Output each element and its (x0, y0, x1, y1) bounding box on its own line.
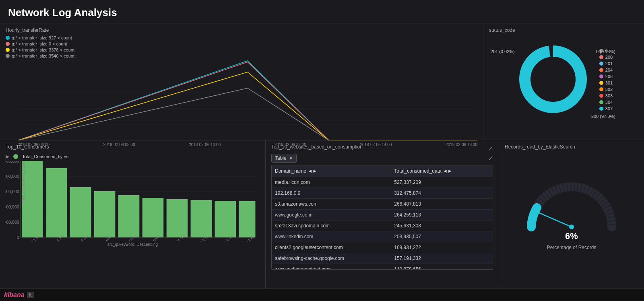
table-expand-icon[interactable]: ⤢ (488, 155, 493, 161)
donut-legend-item: 307 (599, 106, 613, 111)
cell-data: 264,259,113 (391, 210, 493, 221)
donut-legend-label: 307 (605, 106, 613, 111)
table-row: 192.168.0.9312,475,874 (272, 188, 493, 199)
table-row: www.google.co.in264,259,113 (272, 210, 493, 221)
hourly-legend-item: q:* > transfer_size:0 > count (6, 41, 477, 46)
cell-data: 169,931,272 (391, 242, 493, 253)
x-label-1: 2018-02-06 08:00 (103, 142, 135, 147)
donut-legend-item: 304 (599, 100, 613, 105)
cell-data: 149,878,656 (391, 264, 493, 270)
cell-data: 312,475,874 (391, 188, 493, 199)
cell-domain: s3.amazonaws.com (272, 199, 391, 210)
table-row: sp2013avi.spdomain.com245,631,308 (272, 221, 493, 231)
donut-svg (515, 41, 591, 118)
svg-line-49 (535, 211, 572, 227)
table-dropdown-label: Table (275, 155, 287, 161)
main-content: Hourly_transferRate q:* > transfer_size:… (0, 23, 644, 288)
svg-point-50 (569, 225, 574, 229)
x-label-2: 2018-02-06 10:00 (189, 142, 221, 147)
svg-text:500,000,000: 500,000,000 (6, 161, 19, 163)
cell-domain: safebrowsing-cache.google.com (272, 253, 391, 264)
svg-rect-36 (191, 200, 212, 237)
donut-legend-item: 302 (599, 87, 613, 92)
svg-rect-30 (46, 168, 67, 237)
kibana-logo: kibana (4, 291, 25, 299)
legend-color-dot (6, 48, 10, 52)
hourly-chart-svg: 125000 100000 75000 50000 25000 0 (18, 60, 477, 140)
svg-text:200,000,000: 200,000,000 (6, 205, 19, 209)
col-domain: Domain_name ◄► (272, 165, 391, 177)
cell-domain: www.linkedin.com (272, 231, 391, 242)
expand-icon[interactable]: ↗ (488, 145, 493, 151)
top-row: Hourly_transferRate q:* > transfer_size:… (0, 23, 644, 140)
legend-nav-icon: ▶ (6, 154, 9, 159)
donut-legend-item: 200 (599, 55, 613, 60)
bottom-row: Top_10_Consumers ▶ Total_Consumed_bytes … (0, 140, 644, 288)
donut-legend-dot (599, 55, 603, 59)
table-type-dropdown[interactable]: Table ▼ (271, 154, 297, 163)
status-code-title: status_code (489, 27, 638, 33)
footer: kibana K (0, 288, 644, 301)
table-row: s3.amazonaws.com266,487,813 (272, 199, 493, 210)
donut-legend-dot (599, 87, 603, 91)
gauge-container: 6% Percentage of Records (505, 152, 638, 265)
hourly-legend: q:* > transfer_size:927 > countq:* > tra… (6, 35, 477, 58)
cell-data: 157,191,332 (391, 253, 493, 264)
page-header: Network Log Analysis (0, 0, 644, 23)
records-title: Records_read_by_ElasticSearch (505, 144, 638, 150)
table-toolbar: Table ▼ ⤢ (271, 154, 493, 163)
legend-label-text: q:* > transfer_size:927 > count (12, 35, 72, 40)
svg-rect-34 (142, 198, 164, 237)
websites-tbody: media.licdn.com527,337,209192.168.0.9312… (272, 177, 493, 270)
donut-legend-label: 304 (605, 100, 613, 105)
consumers-panel: Top_10_Consumers ▶ Total_Consumed_bytes … (0, 140, 266, 288)
cell-domain: clients2.googleusercontent.com (272, 242, 391, 253)
svg-text:300,000,000: 300,000,000 (6, 190, 19, 194)
gauge-svg (519, 167, 624, 239)
donut-container: 201 (0.02%) 0 (0.13%) (489, 35, 638, 124)
table-row: clients2.googleusercontent.com169,931,27… (272, 242, 493, 253)
consumers-legend-label: Total_Consumed_bytes (22, 154, 68, 159)
svg-rect-35 (167, 199, 188, 237)
cell-domain: media.licdn.com (272, 177, 391, 188)
dropdown-arrow-icon: ▼ (289, 156, 293, 161)
svg-rect-38 (239, 201, 255, 237)
hourly-legend-item: q:* > transfer_size:3378 > count (6, 47, 477, 52)
donut-legend-label: 204 (605, 68, 613, 72)
donut-legend-dot (599, 74, 603, 78)
cell-domain: www.google.co.in (272, 210, 391, 221)
x-label-0: 2018-02-06 06:00 (18, 142, 50, 147)
gauge-label: Percentage of Records (547, 245, 597, 250)
table-head: Domain_name ◄► Total_consumed_data ◄► (272, 165, 493, 177)
donut-legend-item: 201 (599, 61, 613, 66)
websites-table-scroll[interactable]: Domain_name ◄► Total_consumed_data ◄► me… (271, 165, 493, 270)
donut-legend-dot (599, 100, 603, 104)
legend-label-text: q:* > transfer_size:0 > count (12, 41, 67, 46)
svg-text:400,000,000: 400,000,000 (6, 174, 19, 179)
donut-legend-item: 301 (599, 80, 613, 85)
svg-text:100,000,000: 100,000,000 (6, 220, 19, 225)
donut-label-201: 201 (0.02%) (491, 49, 515, 54)
kibana-k-badge: K (27, 292, 34, 298)
cell-domain: www.msftconnecttest.com (272, 264, 391, 270)
donut-legend-label: 302 (605, 87, 613, 92)
table-row: www.msftconnecttest.com149,878,656 (272, 264, 493, 270)
websites-table: Domain_name ◄► Total_consumed_data ◄► me… (272, 165, 493, 270)
bar-chart-container: Total_Consumed_bytes 500,000,000 40 (6, 161, 260, 241)
cell-domain: 192.168.0.9 (272, 188, 391, 199)
legend-label-text: q:* > transfer_size:3378 > count (12, 47, 74, 52)
donut-legend-label: 303 (605, 93, 613, 98)
hourly-legend-item: q:* > transfer_size:3540 > count (6, 54, 477, 58)
donut-legend-item: 204 (599, 68, 613, 72)
table-row: www.linkedin.com203,935,507 (272, 231, 493, 242)
svg-rect-32 (94, 191, 116, 237)
records-panel: Records_read_by_ElasticSearch 6% (499, 140, 644, 288)
hourly-chart-panel: Hourly_transferRate q:* > transfer_size:… (0, 23, 483, 140)
donut-legend-label: 200 (605, 55, 613, 60)
gauge-value: 6% (565, 231, 578, 241)
x-label-3: 2018-02-06 12:00 (275, 142, 306, 147)
cell-data: 245,631,308 (391, 221, 493, 231)
svg-rect-37 (215, 201, 236, 237)
bar-chart-svg: 500,000,000 400,000,000 300,000,000 200,… (6, 161, 260, 241)
cell-domain: sp2013avi.spdomain.com (272, 221, 391, 231)
